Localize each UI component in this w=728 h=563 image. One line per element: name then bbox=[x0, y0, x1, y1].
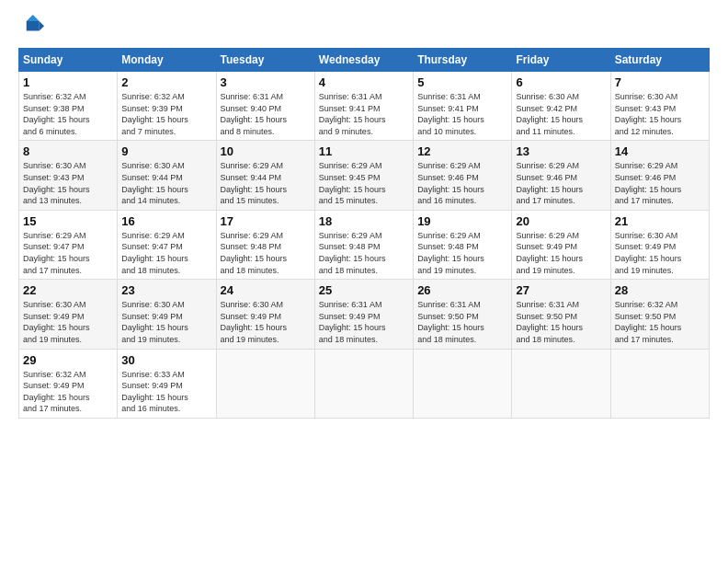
day-info: Sunrise: 6:31 AMSunset: 9:40 PMDaylight:… bbox=[221, 91, 311, 137]
day-info: Sunrise: 6:29 AMSunset: 9:47 PMDaylight:… bbox=[23, 230, 113, 276]
table-row bbox=[610, 349, 709, 418]
day-number: 7 bbox=[615, 75, 705, 89]
day-number: 3 bbox=[221, 75, 311, 89]
svg-marker-0 bbox=[27, 21, 40, 31]
table-row: 15Sunrise: 6:29 AMSunset: 9:47 PMDayligh… bbox=[19, 210, 118, 279]
day-info: Sunrise: 6:31 AMSunset: 9:49 PMDaylight:… bbox=[319, 299, 409, 345]
day-info: Sunrise: 6:30 AMSunset: 9:49 PMDaylight:… bbox=[615, 230, 705, 276]
svg-marker-2 bbox=[40, 21, 44, 31]
day-info: Sunrise: 6:33 AMSunset: 9:49 PMDaylight:… bbox=[121, 369, 211, 415]
table-row: 3Sunrise: 6:31 AMSunset: 9:40 PMDaylight… bbox=[216, 72, 314, 141]
day-info: Sunrise: 6:30 AMSunset: 9:49 PMDaylight:… bbox=[221, 299, 311, 345]
day-number: 11 bbox=[319, 144, 409, 158]
table-row: 2Sunrise: 6:32 AMSunset: 9:39 PMDaylight… bbox=[118, 72, 216, 141]
table-row: 24Sunrise: 6:30 AMSunset: 9:49 PMDayligh… bbox=[216, 280, 314, 349]
header bbox=[18, 15, 710, 40]
table-row: 11Sunrise: 6:29 AMSunset: 9:45 PMDayligh… bbox=[314, 141, 413, 210]
header-wednesday: Wednesday bbox=[314, 49, 413, 72]
day-number: 23 bbox=[121, 283, 211, 297]
day-number: 20 bbox=[516, 214, 606, 228]
calendar-header-row: Sunday Monday Tuesday Wednesday Thursday… bbox=[19, 49, 710, 72]
header-friday: Friday bbox=[512, 49, 610, 72]
calendar-week-row: 1Sunrise: 6:32 AMSunset: 9:38 PMDaylight… bbox=[19, 72, 710, 141]
day-number: 17 bbox=[221, 214, 311, 228]
table-row: 30Sunrise: 6:33 AMSunset: 9:49 PMDayligh… bbox=[118, 349, 216, 418]
header-sunday: Sunday bbox=[19, 49, 118, 72]
day-info: Sunrise: 6:31 AMSunset: 9:50 PMDaylight:… bbox=[417, 299, 507, 345]
day-number: 27 bbox=[516, 283, 606, 297]
logo bbox=[18, 15, 48, 40]
calendar-week-row: 15Sunrise: 6:29 AMSunset: 9:47 PMDayligh… bbox=[19, 210, 710, 279]
table-row: 18Sunrise: 6:29 AMSunset: 9:48 PMDayligh… bbox=[314, 210, 413, 279]
day-number: 5 bbox=[417, 75, 507, 89]
table-row: 6Sunrise: 6:30 AMSunset: 9:42 PMDaylight… bbox=[512, 72, 610, 141]
day-number: 10 bbox=[221, 144, 311, 158]
day-number: 13 bbox=[516, 144, 606, 158]
day-number: 2 bbox=[121, 75, 211, 89]
day-info: Sunrise: 6:30 AMSunset: 9:43 PMDaylight:… bbox=[615, 91, 705, 137]
day-number: 26 bbox=[417, 283, 507, 297]
day-info: Sunrise: 6:29 AMSunset: 9:46 PMDaylight:… bbox=[417, 160, 507, 206]
day-number: 22 bbox=[23, 283, 113, 297]
page: Sunday Monday Tuesday Wednesday Thursday… bbox=[0, 0, 728, 563]
day-info: Sunrise: 6:29 AMSunset: 9:48 PMDaylight:… bbox=[319, 230, 409, 276]
day-number: 4 bbox=[319, 75, 409, 89]
table-row: 12Sunrise: 6:29 AMSunset: 9:46 PMDayligh… bbox=[414, 141, 512, 210]
day-info: Sunrise: 6:29 AMSunset: 9:46 PMDaylight:… bbox=[615, 160, 705, 206]
table-row: 13Sunrise: 6:29 AMSunset: 9:46 PMDayligh… bbox=[512, 141, 610, 210]
day-number: 21 bbox=[615, 214, 705, 228]
day-info: Sunrise: 6:31 AMSunset: 9:50 PMDaylight:… bbox=[516, 299, 606, 345]
day-info: Sunrise: 6:30 AMSunset: 9:42 PMDaylight:… bbox=[516, 91, 606, 137]
table-row bbox=[216, 349, 314, 418]
day-info: Sunrise: 6:30 AMSunset: 9:49 PMDaylight:… bbox=[121, 299, 211, 345]
day-number: 25 bbox=[319, 283, 409, 297]
day-number: 24 bbox=[221, 283, 311, 297]
table-row bbox=[414, 349, 512, 418]
table-row: 20Sunrise: 6:29 AMSunset: 9:49 PMDayligh… bbox=[512, 210, 610, 279]
calendar-week-row: 8Sunrise: 6:30 AMSunset: 9:43 PMDaylight… bbox=[19, 141, 710, 210]
day-info: Sunrise: 6:32 AMSunset: 9:38 PMDaylight:… bbox=[23, 91, 113, 137]
day-info: Sunrise: 6:31 AMSunset: 9:41 PMDaylight:… bbox=[319, 91, 409, 137]
table-row: 5Sunrise: 6:31 AMSunset: 9:41 PMDaylight… bbox=[414, 72, 512, 141]
table-row: 19Sunrise: 6:29 AMSunset: 9:48 PMDayligh… bbox=[414, 210, 512, 279]
day-number: 30 bbox=[121, 353, 211, 367]
header-tuesday: Tuesday bbox=[216, 49, 314, 72]
table-row: 22Sunrise: 6:30 AMSunset: 9:49 PMDayligh… bbox=[19, 280, 118, 349]
table-row: 28Sunrise: 6:32 AMSunset: 9:50 PMDayligh… bbox=[610, 280, 709, 349]
table-row: 8Sunrise: 6:30 AMSunset: 9:43 PMDaylight… bbox=[19, 141, 118, 210]
table-row: 27Sunrise: 6:31 AMSunset: 9:50 PMDayligh… bbox=[512, 280, 610, 349]
day-info: Sunrise: 6:30 AMSunset: 9:49 PMDaylight:… bbox=[23, 299, 113, 345]
table-row: 16Sunrise: 6:29 AMSunset: 9:47 PMDayligh… bbox=[118, 210, 216, 279]
day-info: Sunrise: 6:29 AMSunset: 9:48 PMDaylight:… bbox=[417, 230, 507, 276]
table-row: 14Sunrise: 6:29 AMSunset: 9:46 PMDayligh… bbox=[610, 141, 709, 210]
day-number: 12 bbox=[417, 144, 507, 158]
day-number: 28 bbox=[615, 283, 705, 297]
table-row: 7Sunrise: 6:30 AMSunset: 9:43 PMDaylight… bbox=[610, 72, 709, 141]
day-number: 19 bbox=[417, 214, 507, 228]
day-info: Sunrise: 6:32 AMSunset: 9:39 PMDaylight:… bbox=[121, 91, 211, 137]
day-info: Sunrise: 6:29 AMSunset: 9:49 PMDaylight:… bbox=[516, 230, 606, 276]
table-row: 29Sunrise: 6:32 AMSunset: 9:49 PMDayligh… bbox=[19, 349, 118, 418]
day-number: 8 bbox=[23, 144, 113, 158]
table-row: 26Sunrise: 6:31 AMSunset: 9:50 PMDayligh… bbox=[414, 280, 512, 349]
day-number: 29 bbox=[23, 353, 113, 367]
calendar-table: Sunday Monday Tuesday Wednesday Thursday… bbox=[18, 48, 710, 419]
table-row bbox=[512, 349, 610, 418]
day-number: 9 bbox=[121, 144, 211, 158]
table-row bbox=[314, 349, 413, 418]
day-number: 14 bbox=[615, 144, 705, 158]
calendar-week-row: 29Sunrise: 6:32 AMSunset: 9:49 PMDayligh… bbox=[19, 349, 710, 418]
day-info: Sunrise: 6:30 AMSunset: 9:43 PMDaylight:… bbox=[23, 160, 113, 206]
table-row: 23Sunrise: 6:30 AMSunset: 9:49 PMDayligh… bbox=[118, 280, 216, 349]
table-row: 9Sunrise: 6:30 AMSunset: 9:44 PMDaylight… bbox=[118, 141, 216, 210]
calendar-week-row: 22Sunrise: 6:30 AMSunset: 9:49 PMDayligh… bbox=[19, 280, 710, 349]
header-thursday: Thursday bbox=[414, 49, 512, 72]
day-info: Sunrise: 6:29 AMSunset: 9:48 PMDaylight:… bbox=[221, 230, 311, 276]
day-info: Sunrise: 6:31 AMSunset: 9:41 PMDaylight:… bbox=[417, 91, 507, 137]
table-row: 17Sunrise: 6:29 AMSunset: 9:48 PMDayligh… bbox=[216, 210, 314, 279]
logo-icon bbox=[18, 15, 44, 40]
day-info: Sunrise: 6:32 AMSunset: 9:50 PMDaylight:… bbox=[615, 299, 705, 345]
day-number: 1 bbox=[23, 75, 113, 89]
table-row: 21Sunrise: 6:30 AMSunset: 9:49 PMDayligh… bbox=[610, 210, 709, 279]
table-row: 4Sunrise: 6:31 AMSunset: 9:41 PMDaylight… bbox=[314, 72, 413, 141]
